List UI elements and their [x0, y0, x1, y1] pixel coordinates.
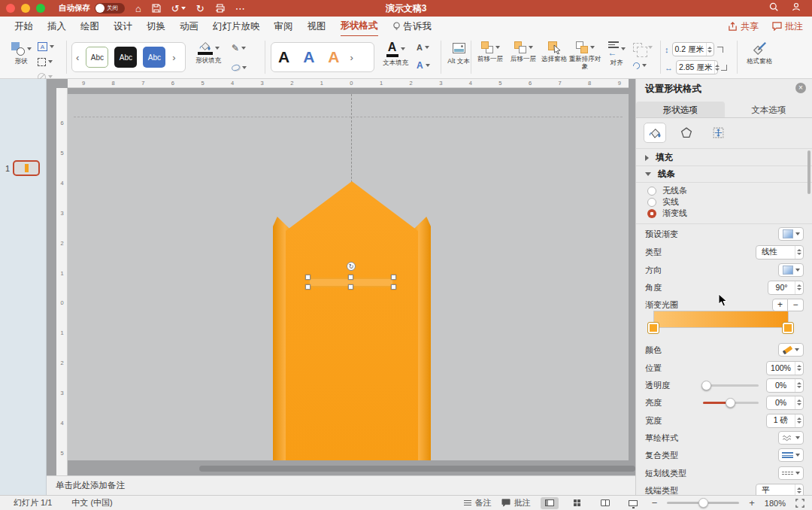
transparency-slider[interactable] [703, 384, 759, 387]
autosave-toggle[interactable]: 关闭 [95, 3, 125, 14]
shapes-dropdown-icon[interactable] [27, 47, 32, 50]
wordart-style-1[interactable]: A [278, 48, 289, 66]
language-indicator[interactable]: 中文 (中国) [71, 497, 112, 508]
tab-design[interactable]: 设计 [114, 17, 132, 36]
zoom-slider-handle[interactable] [698, 498, 708, 508]
resize-handle-n[interactable] [348, 275, 353, 280]
wordart-style-2[interactable]: A [303, 48, 314, 66]
comments-button[interactable]: 批注 [772, 20, 803, 33]
home-icon[interactable]: ⌂ [135, 4, 141, 14]
shape-style-3[interactable]: Abc [143, 47, 165, 68]
share-button[interactable]: 共享 [728, 20, 759, 33]
direction-dropdown[interactable] [778, 263, 804, 277]
close-panel-icon[interactable]: × [795, 83, 806, 93]
zoom-window-button[interactable] [36, 4, 45, 13]
gallery-prev-icon[interactable]: ‹ [72, 52, 83, 63]
fit-slide-icon[interactable] [795, 499, 804, 508]
close-window-button[interactable] [6, 4, 15, 13]
reorder-objects-button[interactable]: 重新排序对象 [568, 36, 601, 79]
group-button[interactable] [633, 42, 656, 53]
tab-tell-me[interactable]: 告诉我 [392, 17, 432, 36]
text-fill-button[interactable]: A 文本填充 [377, 36, 414, 79]
slider-handle[interactable] [726, 398, 735, 408]
radio-icon[interactable] [647, 187, 656, 196]
no-line-option[interactable]: 无线条 [647, 185, 687, 196]
compound-type-dropdown[interactable] [778, 448, 804, 462]
align-button[interactable]: ← 对齐 [603, 36, 630, 79]
radio-selected-icon[interactable] [647, 209, 656, 218]
sketch-style-dropdown[interactable] [778, 431, 804, 445]
zoom-level[interactable]: 180% [765, 499, 786, 508]
tab-shape-format[interactable]: 形状格式 [341, 17, 378, 37]
rotate-button[interactable] [633, 60, 656, 71]
size-properties-tab-button[interactable] [707, 123, 729, 143]
pencil-shape-body[interactable] [286, 181, 418, 460]
shape-fill-button[interactable]: 形状填充 [189, 36, 227, 79]
tab-draw[interactable]: 绘图 [80, 17, 99, 36]
fill-section-header[interactable]: 填充 [645, 152, 673, 163]
brightness-slider[interactable] [703, 402, 759, 404]
slide-sorter-view-button[interactable] [568, 497, 586, 509]
gradient-stop-start[interactable] [648, 323, 659, 333]
text-outline-button[interactable]: A [417, 42, 439, 53]
save-icon[interactable] [152, 4, 161, 13]
resize-handle-nw[interactable] [305, 275, 311, 280]
angle-field[interactable]: 90° [768, 281, 804, 295]
selection-pane-button[interactable]: 选择窗格 [541, 36, 567, 79]
resize-handle-sw[interactable] [305, 284, 311, 290]
tab-insert[interactable]: 插入 [47, 17, 66, 36]
shape-height-field[interactable]: 0.2 厘米 [672, 42, 714, 56]
gallery-next-icon[interactable]: › [168, 52, 179, 63]
alt-text-button[interactable]: Alt 文本 [445, 36, 472, 79]
normal-view-button[interactable] [541, 497, 559, 509]
tab-text-options[interactable]: 文本选项 [725, 102, 812, 117]
shape-effects-button[interactable] [232, 62, 257, 73]
tab-view[interactable]: 视图 [308, 17, 326, 36]
fill-line-tab-button[interactable] [644, 123, 666, 143]
text-effects-button[interactable]: A [417, 60, 439, 71]
gradient-line-option[interactable]: 渐变线 [647, 208, 687, 219]
color-picker-button[interactable] [778, 343, 804, 357]
slide-thumbnail[interactable] [13, 160, 40, 176]
height-stepper[interactable] [706, 43, 713, 56]
tab-home[interactable]: 开始 [14, 17, 33, 36]
edit-shape-button[interactable] [38, 56, 62, 67]
undo-dropdown-icon[interactable] [181, 7, 186, 10]
undo-icon[interactable]: ↺ [171, 4, 186, 14]
tab-transitions[interactable]: 切换 [147, 17, 165, 36]
line-width-field[interactable]: 1 磅 [766, 414, 804, 428]
minimize-window-button[interactable] [21, 4, 30, 13]
comments-toggle-button[interactable]: 批注 [501, 497, 531, 508]
preset-gradient-dropdown[interactable] [778, 227, 804, 241]
notes-toggle-button[interactable]: 备注 [464, 497, 492, 508]
gradient-type-select[interactable]: 线性 [756, 245, 804, 260]
line-section-header[interactable]: 线条 [645, 168, 675, 180]
tab-animations[interactable]: 动画 [180, 17, 198, 36]
width-stepper[interactable] [714, 61, 720, 74]
brightness-field[interactable]: 0% [766, 396, 804, 410]
shape-width-field[interactable]: 2.85 厘米 [676, 60, 718, 74]
radio-icon[interactable] [647, 198, 656, 207]
text-fill-dropdown-icon[interactable] [401, 47, 405, 50]
slideshow-view-button[interactable] [624, 497, 642, 509]
wordart-next-icon[interactable]: › [347, 52, 357, 63]
print-icon[interactable] [215, 4, 225, 13]
solid-line-option[interactable]: 实线 [647, 196, 679, 208]
add-stop-button[interactable]: + [772, 299, 788, 311]
gradient-stop-end[interactable] [783, 323, 793, 333]
format-pane-button[interactable]: 格式窗格 [743, 36, 776, 79]
shape-fill-dropdown-icon[interactable] [215, 47, 220, 50]
tab-review[interactable]: 审阅 [274, 17, 293, 36]
rotation-handle[interactable]: ↻ [347, 262, 356, 271]
zoom-slider[interactable] [667, 502, 739, 504]
tab-shape-options[interactable]: 形状选项 [636, 102, 725, 117]
resize-handle-se[interactable] [391, 284, 396, 290]
transparency-field[interactable]: 0% [766, 378, 804, 393]
reading-view-button[interactable] [596, 497, 614, 509]
position-field[interactable]: 100% [766, 361, 804, 375]
wordart-style-3[interactable]: A [328, 48, 339, 66]
panel-scrollbar[interactable] [807, 150, 810, 194]
text-box-button[interactable]: A [38, 41, 62, 52]
insert-shape-button[interactable]: 形状 [5, 36, 38, 79]
redo-icon[interactable]: ↻ [196, 4, 205, 14]
